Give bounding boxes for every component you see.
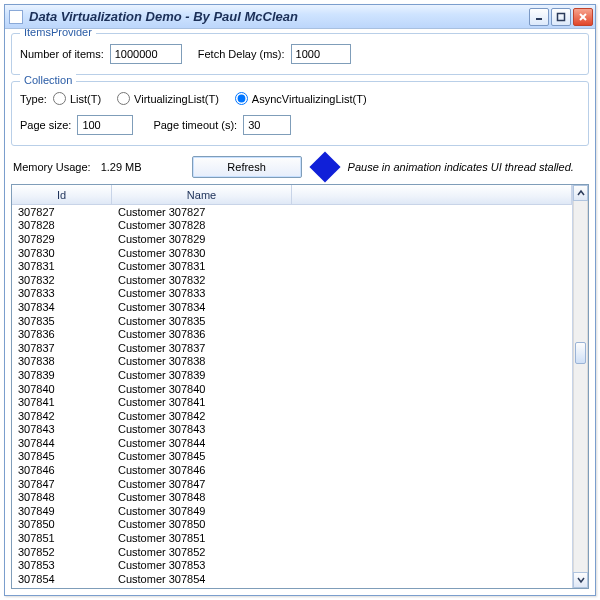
cell-name: Customer 307848: [112, 491, 452, 503]
cell-name: Customer 307840: [112, 383, 452, 395]
cell-id: 307846: [12, 464, 112, 476]
collection-legend: Collection: [20, 74, 76, 86]
table-row[interactable]: 307840Customer 307840: [12, 382, 572, 396]
table-row[interactable]: 307841Customer 307841: [12, 395, 572, 409]
table-row[interactable]: 307844Customer 307844: [12, 436, 572, 450]
cell-id: 307845: [12, 450, 112, 462]
cell-name: Customer 307829: [112, 233, 452, 245]
num-items-input[interactable]: [110, 44, 182, 64]
table-row[interactable]: 307836Customer 307836: [12, 327, 572, 341]
cell-name: Customer 307847: [112, 478, 452, 490]
maximize-button[interactable]: [551, 8, 571, 26]
table-row[interactable]: 307842Customer 307842: [12, 409, 572, 423]
animation-diamond-icon: [309, 151, 340, 182]
page-timeout-label: Page timeout (s):: [153, 119, 237, 131]
header-rest: [292, 185, 572, 204]
table-row[interactable]: 307847Customer 307847: [12, 477, 572, 491]
table-row[interactable]: 307837Customer 307837: [12, 341, 572, 355]
cell-name: Customer 307839: [112, 369, 452, 381]
vertical-scrollbar[interactable]: [572, 185, 588, 588]
table-row[interactable]: 307846Customer 307846: [12, 463, 572, 477]
table-row[interactable]: 307853Customer 307853: [12, 558, 572, 572]
table-row[interactable]: 307843Customer 307843: [12, 423, 572, 437]
app-icon: [9, 10, 23, 24]
radio-virtlist[interactable]: VirtualizingList(T): [117, 92, 219, 105]
cell-id: 307828: [12, 219, 112, 231]
fetch-delay-label: Fetch Delay (ms):: [198, 48, 285, 60]
table-row[interactable]: 307852Customer 307852: [12, 545, 572, 559]
refresh-button[interactable]: Refresh: [192, 156, 302, 178]
num-items-label: Number of items:: [20, 48, 104, 60]
table-row[interactable]: 307835Customer 307835: [12, 314, 572, 328]
radio-virtlist-input[interactable]: [117, 92, 130, 105]
cell-id: 307835: [12, 315, 112, 327]
cell-name: Customer 307846: [112, 464, 452, 476]
table-row[interactable]: 307849Customer 307849: [12, 504, 572, 518]
page-size-input[interactable]: [77, 115, 133, 135]
table-row[interactable]: 307848Customer 307848: [12, 490, 572, 504]
page-timeout-input[interactable]: [243, 115, 291, 135]
table-row[interactable]: 307832Customer 307832: [12, 273, 572, 287]
close-button[interactable]: [573, 8, 593, 26]
client-area: ItemsProvider Number of items: Fetch Del…: [5, 29, 595, 595]
radio-asyncvirtlist[interactable]: AsyncVirtualizingList(T): [235, 92, 367, 105]
itemsprovider-group: ItemsProvider Number of items: Fetch Del…: [11, 33, 589, 75]
stall-hint: Pause in animation indicates UI thread s…: [348, 161, 574, 173]
table-row[interactable]: 307829Customer 307829: [12, 232, 572, 246]
table-row[interactable]: 307845Customer 307845: [12, 450, 572, 464]
cell-id: 307832: [12, 274, 112, 286]
type-label: Type:: [20, 93, 47, 105]
data-grid: Id Name 307827Customer 307827307828Custo…: [11, 184, 589, 589]
cell-id: 307836: [12, 328, 112, 340]
page-size-label: Page size:: [20, 119, 71, 131]
radio-list[interactable]: List(T): [53, 92, 101, 105]
chevron-down-icon: [577, 576, 585, 584]
scroll-thumb[interactable]: [575, 342, 586, 364]
table-row[interactable]: 307834Customer 307834: [12, 300, 572, 314]
radio-virtlist-label: VirtualizingList(T): [134, 93, 219, 105]
app-window: Data Virtualization Demo - By Paul McCle…: [4, 4, 596, 596]
cell-id: 307834: [12, 301, 112, 313]
refresh-button-label: Refresh: [227, 161, 266, 173]
collection-group: Collection Type: List(T) VirtualizingLis…: [11, 81, 589, 146]
table-row[interactable]: 307854Customer 307854: [12, 572, 572, 586]
cell-id: 307847: [12, 478, 112, 490]
cell-id: 307842: [12, 410, 112, 422]
radio-asyncvirtlist-input[interactable]: [235, 92, 248, 105]
cell-id: 307837: [12, 342, 112, 354]
table-row[interactable]: 307833Customer 307833: [12, 287, 572, 301]
cell-id: 307850: [12, 518, 112, 530]
table-row[interactable]: 307831Customer 307831: [12, 259, 572, 273]
table-row[interactable]: 307828Customer 307828: [12, 219, 572, 233]
table-row[interactable]: 307851Customer 307851: [12, 531, 572, 545]
fetch-delay-input[interactable]: [291, 44, 351, 64]
cell-name: Customer 307838: [112, 355, 452, 367]
cell-name: Customer 307844: [112, 437, 452, 449]
table-row[interactable]: 307838Customer 307838: [12, 355, 572, 369]
cell-id: 307854: [12, 573, 112, 585]
scroll-track[interactable]: [573, 201, 588, 572]
cell-id: 307827: [12, 206, 112, 218]
radio-list-input[interactable]: [53, 92, 66, 105]
memory-usage-label: Memory Usage:: [13, 161, 91, 173]
cell-id: 307840: [12, 383, 112, 395]
header-name[interactable]: Name: [112, 185, 292, 204]
cell-name: Customer 307841: [112, 396, 452, 408]
minimize-button[interactable]: [529, 8, 549, 26]
cell-id: 307833: [12, 287, 112, 299]
titlebar[interactable]: Data Virtualization Demo - By Paul McCle…: [5, 5, 595, 29]
scroll-down-button[interactable]: [573, 572, 588, 588]
cell-id: 307829: [12, 233, 112, 245]
table-row[interactable]: 307830Customer 307830: [12, 246, 572, 260]
cell-id: 307831: [12, 260, 112, 272]
table-row[interactable]: 307827Customer 307827: [12, 205, 572, 219]
minimize-icon: [534, 12, 544, 22]
memory-usage-value: 1.29 MB: [101, 161, 142, 173]
cell-id: 307851: [12, 532, 112, 544]
table-row[interactable]: 307839Customer 307839: [12, 368, 572, 382]
scroll-up-button[interactable]: [573, 185, 588, 201]
header-id[interactable]: Id: [12, 185, 112, 204]
cell-name: Customer 307845: [112, 450, 452, 462]
cell-name: Customer 307831: [112, 260, 452, 272]
table-row[interactable]: 307850Customer 307850: [12, 518, 572, 532]
